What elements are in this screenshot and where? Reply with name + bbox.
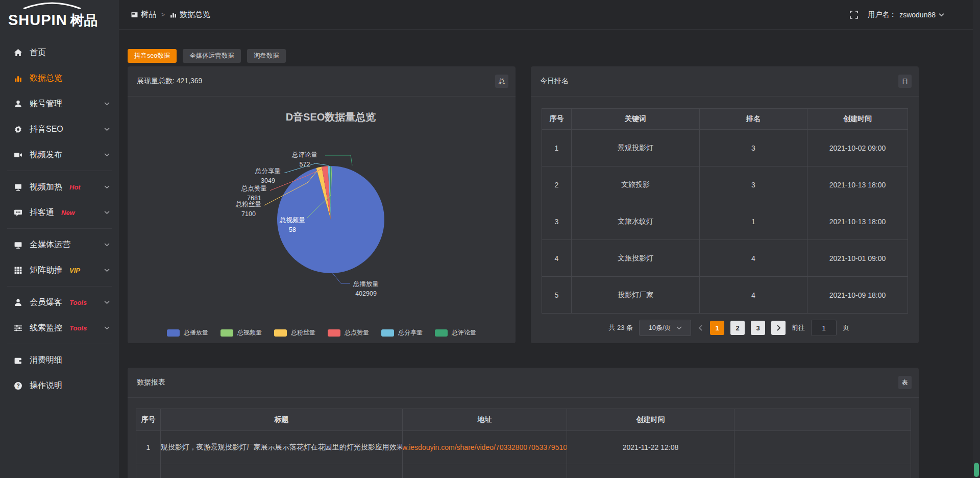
tools-badge: Tools: [69, 299, 87, 306]
scrollbar-thumb[interactable]: [974, 463, 979, 477]
grid-icon: [13, 266, 22, 275]
table-cell: 4: [700, 240, 807, 277]
breadcrumb-separator: >: [161, 11, 165, 18]
table-cell: 1: [700, 203, 807, 240]
video-url-link[interactable]: https://www.iesdouyin.com/share/video/70…: [403, 443, 567, 451]
table-cell: 2021-10-13 18:00: [807, 166, 908, 203]
table-cell: [161, 464, 403, 478]
sidebar-item-home[interactable]: 首页: [0, 40, 119, 65]
legend-item-fans[interactable]: 总粉丝量: [274, 328, 315, 337]
tab-inquiry-data[interactable]: 询盘数据: [247, 49, 286, 63]
day-toggle-button[interactable]: 日: [898, 75, 912, 88]
tab-media-operation-data[interactable]: 全媒体运营数据: [183, 49, 241, 63]
pie-label-fans: 总粉丝量 7100: [233, 200, 264, 219]
pie-chart-area: D音SEO数据量总览 总评论量 572 总分享量 3049 总点赞量 7681: [128, 96, 516, 343]
chevron-down-icon: [104, 300, 110, 304]
column-header: 创建时间: [807, 109, 908, 130]
breadcrumb-home[interactable]: 树品: [131, 10, 156, 19]
sidebar-item-account[interactable]: 账号管理: [0, 91, 119, 116]
pagination-total: 共 23 条: [608, 323, 633, 332]
user-menu[interactable]: 用户名： zswodun88: [868, 10, 944, 19]
breadcrumb-current: 数据总览: [170, 10, 210, 19]
topbar: 树品 > 数据总览 用户名： zswodun88: [119, 0, 980, 30]
sidebar-divider: [7, 228, 112, 229]
sidebar-item-douyin-seo[interactable]: 抖音SEO: [0, 116, 119, 142]
legend-item-shares[interactable]: 总分享量: [381, 328, 423, 337]
legend-item-comments[interactable]: 总评论量: [435, 328, 476, 337]
fullscreen-icon[interactable]: [849, 10, 859, 19]
user-icon: [13, 99, 22, 108]
table-cell: 景观投影灯: [572, 130, 700, 166]
breadcrumb: 树品 > 数据总览: [131, 10, 210, 19]
vip-badge: VIP: [69, 267, 80, 274]
ranking-panel: 今日排名 日 序号 关键词 排名 创建时间 1 景观投影灯 3 2021-10-…: [531, 66, 919, 343]
sidebar-item-matrix-boost[interactable]: 矩阵助推 VIP: [0, 257, 119, 283]
table-toggle-button[interactable]: 表: [898, 376, 912, 389]
pie-label-videos: 总视频量 58: [278, 216, 307, 235]
chevron-down-icon: [676, 326, 682, 330]
report-table: 序号 标题 地址 创建时间 1 景观投影灯，夜游景观投影灯厂家展示展示落花灯在花…: [136, 409, 911, 478]
sidebar-divider: [7, 286, 112, 286]
sidebar-item-instructions[interactable]: ? 操作说明: [0, 373, 119, 398]
column-header: 关键词: [572, 109, 700, 130]
person-icon: [13, 298, 22, 307]
tools-badge: Tools: [69, 324, 87, 332]
page-size-select[interactable]: 10条/页: [639, 320, 691, 336]
sidebar-item-video-heat[interactable]: 视频加热 Hot: [0, 174, 119, 200]
legend-swatch: [328, 329, 340, 337]
sidebar-item-data-overview[interactable]: 数据总览: [0, 65, 119, 91]
sidebar-item-doketong[interactable]: 抖客通 New: [0, 200, 119, 225]
sidebar-item-lead-monitor[interactable]: 线索监控 Tools: [0, 315, 119, 341]
report-panel: 数据报表 表 序号 标题 地址 创建时间 1 景观投影灯，夜游景观投影灯厂家展示…: [128, 368, 919, 478]
table-cell: 3: [700, 130, 807, 166]
question-circle-icon: ?: [13, 381, 22, 390]
sidebar: SHUPIN 树品 首页 数据总览 账号管理: [0, 0, 119, 478]
wallet-icon: [13, 355, 22, 365]
sidebar-item-label: 抖音SEO: [30, 124, 63, 135]
sidebar-item-label: 首页: [30, 47, 46, 58]
legend-item-videos[interactable]: 总视频量: [220, 328, 262, 337]
table-cell: 2021-10-13 18:00: [807, 203, 908, 240]
table-cell: 1: [542, 130, 572, 166]
goto-label: 前往: [792, 323, 805, 332]
chevron-down-icon: [104, 185, 110, 189]
sidebar-divider: [7, 171, 112, 171]
ranking-table: 序号 关键词 排名 创建时间 1 景观投影灯 3 2021-10-02 09:0…: [542, 108, 908, 314]
chevron-down-icon: [104, 153, 110, 157]
table-cell: 2021-10-09 18:00: [807, 277, 908, 314]
page-button-3[interactable]: 3: [751, 321, 765, 335]
sidebar-item-label: 抖客通: [30, 207, 54, 218]
logo-text-en: SHUPIN: [8, 12, 67, 29]
pagination: 共 23 条 10条/页 1 2 3 前往 页: [608, 320, 849, 336]
goto-page-input[interactable]: [811, 320, 837, 336]
sidebar-divider: [7, 344, 112, 344]
app-icon: [131, 12, 138, 18]
sidebar-item-label: 账号管理: [30, 99, 62, 109]
page-button-1[interactable]: 1: [710, 321, 724, 335]
legend-swatch: [220, 329, 233, 337]
tab-douyin-seo-data[interactable]: 抖音seo数据: [128, 49, 177, 63]
table-cell: https://www.iesdouyin.com/share/video/70…: [403, 431, 567, 464]
legend-item-likes[interactable]: 总点赞量: [328, 328, 369, 337]
sidebar-item-member-baoke[interactable]: 会员爆客 Tools: [0, 290, 119, 315]
overview-panel: 展现量总数: 421,369 总 D音SEO数据量总览 总评论量 572 总分享…: [128, 66, 516, 343]
table-cell: [734, 464, 911, 478]
sidebar-item-video-publish[interactable]: 视频发布: [0, 142, 119, 168]
sidebar-item-label: 消费明细: [30, 355, 62, 366]
sidebar-menu: 首页 数据总览 账号管理 抖音: [0, 38, 119, 398]
prev-page-button[interactable]: [697, 325, 704, 331]
legend-item-plays[interactable]: 总播放量: [167, 328, 208, 337]
page-button-2[interactable]: 2: [730, 321, 745, 335]
sidebar-item-label: 数据总览: [30, 73, 62, 84]
table-cell: 3: [700, 166, 807, 203]
table-cell: 文旅投影: [572, 166, 700, 203]
ranking-panel-header: 今日排名 日: [531, 66, 919, 97]
table-cell: 2021-11-22 12:08: [567, 431, 734, 464]
sidebar-item-media-operation[interactable]: 全媒体运营: [0, 232, 119, 257]
next-page-button[interactable]: [771, 321, 786, 335]
sidebar-item-consumption-detail[interactable]: 消费明细: [0, 347, 119, 373]
sidebar-item-label: 视频发布: [30, 150, 62, 160]
bar-chart-icon: [170, 12, 177, 18]
goto-unit-label: 页: [843, 323, 849, 332]
logo-text-cn: 树品: [70, 11, 98, 30]
